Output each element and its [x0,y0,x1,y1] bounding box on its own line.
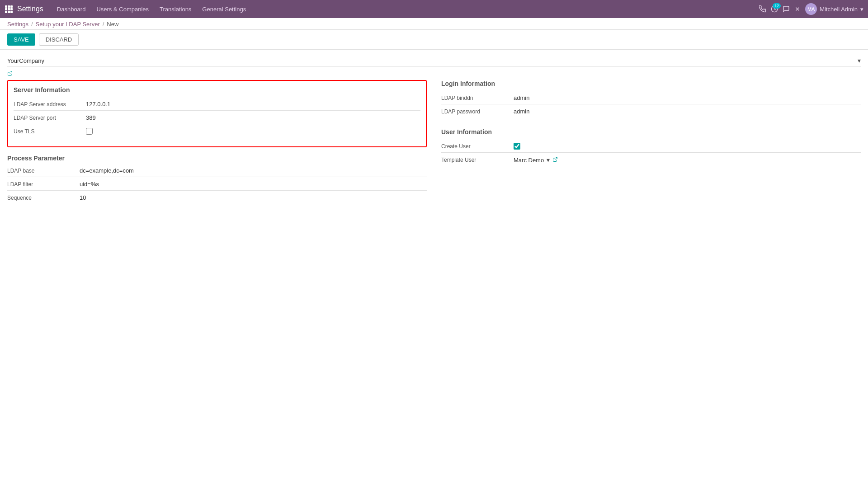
ldap-base-row: LDAP base [7,167,427,177]
app-title: Settings [17,5,43,13]
discard-button[interactable]: DISCARD [39,33,79,46]
user-menu[interactable]: MA Mitchell Admin ▾ [805,3,863,15]
sequence-input[interactable] [80,194,427,201]
server-port-row: LDAP Server port [14,114,420,124]
save-button[interactable]: SAVE [7,33,35,46]
template-user-ext-link-icon[interactable] [552,157,558,164]
use-tls-label: Use TLS [14,128,86,135]
nav-general-settings[interactable]: General Settings [198,4,250,14]
chat-icon[interactable] [783,5,790,13]
svg-rect-6 [5,11,7,13]
top-nav: Dashboard Users & Companies Translations… [52,4,759,14]
svg-rect-7 [8,11,10,13]
login-information-section: Login Information LDAP binddn LDAP passw… [441,80,861,117]
server-port-input[interactable] [86,114,420,121]
ldap-binddn-input[interactable] [514,94,861,101]
server-port-label: LDAP Server port [14,115,86,121]
svg-rect-4 [8,8,10,10]
breadcrumb-sep-1: / [31,21,33,28]
server-address-row: LDAP Server address [14,101,420,111]
breadcrumb-current: New [107,21,118,28]
ldap-password-input[interactable] [514,108,861,115]
nav-translations[interactable]: Translations [155,4,196,14]
ldap-binddn-label: LDAP binddn [441,95,514,101]
svg-rect-8 [10,11,13,13]
breadcrumb-sep-2: / [103,21,104,28]
create-user-row: Create User [441,143,861,153]
main-content: YourCompany ▾ Server Information LDAP Se… [0,50,868,215]
ldap-binddn-row: LDAP binddn [441,94,861,104]
use-tls-row: Use TLS [14,128,420,137]
avatar: MA [805,3,817,15]
user-info-title: User Information [441,128,861,137]
svg-rect-1 [8,5,10,8]
create-user-checkbox[interactable] [514,143,520,150]
company-dropdown-icon[interactable]: ▾ [858,57,861,64]
ldap-base-input[interactable] [80,167,427,174]
ldap-filter-input[interactable] [80,181,427,188]
svg-rect-3 [5,8,7,10]
template-user-row: Template User Marc Demo ▾ [441,156,861,166]
svg-rect-0 [5,5,7,8]
server-address-input[interactable] [86,101,420,108]
nav-users-companies[interactable]: Users & Companies [92,4,153,14]
right-column: Login Information LDAP binddn LDAP passw… [441,80,861,207]
phone-icon[interactable] [759,5,766,13]
ldap-filter-label: LDAP filter [7,181,80,188]
svg-line-12 [9,71,12,74]
server-information-section: Server Information LDAP Server address L… [7,80,427,147]
company-value: YourCompany [7,57,44,64]
sequence-row: Sequence [7,194,427,204]
svg-rect-2 [10,5,13,8]
clock-icon[interactable]: 12 [771,5,778,13]
form-columns: Server Information LDAP Server address L… [7,80,861,207]
user-name: Mitchell Admin [820,6,858,13]
process-parameter-section: Process Parameter LDAP base LDAP filter … [7,155,427,204]
topbar: Settings Dashboard Users & Companies Tra… [0,0,868,18]
apps-grid-icon[interactable] [5,5,13,13]
login-info-title: Login Information [441,80,861,89]
server-info-title: Server Information [14,86,420,95]
ldap-password-label: LDAP password [441,108,514,115]
breadcrumb: Settings / Setup your LDAP Server / New [7,21,861,28]
close-icon[interactable] [794,6,801,12]
use-tls-checkbox[interactable] [86,128,93,135]
server-address-label: LDAP Server address [14,101,86,108]
user-dropdown-icon: ▾ [860,6,863,13]
template-user-dropdown-icon[interactable]: ▾ [547,156,550,164]
topbar-right: 12 MA Mitchell Admin ▾ [759,3,863,15]
sequence-label: Sequence [7,195,80,201]
template-user-label: Template User [441,157,514,163]
action-bar: SAVE DISCARD [0,30,868,50]
svg-line-13 [555,157,557,160]
company-field: YourCompany ▾ [7,57,861,66]
template-user-value: Marc Demo [514,157,544,164]
template-user-field: Marc Demo ▾ [514,156,558,164]
ldap-base-label: LDAP base [7,168,80,174]
left-column: Server Information LDAP Server address L… [7,80,427,207]
notification-badge: 12 [773,3,781,9]
svg-rect-5 [10,8,13,10]
create-user-label: Create User [441,143,514,150]
nav-dashboard[interactable]: Dashboard [52,4,90,14]
process-parameter-title: Process Parameter [7,155,427,162]
ldap-filter-row: LDAP filter [7,181,427,191]
company-external-link[interactable] [7,70,861,76]
ldap-password-row: LDAP password [441,108,861,117]
user-information-section: User Information Create User Template Us… [441,128,861,166]
breadcrumb-setup[interactable]: Setup your LDAP Server [36,21,100,28]
subheader: Settings / Setup your LDAP Server / New [0,18,868,30]
breadcrumb-settings[interactable]: Settings [7,21,28,28]
